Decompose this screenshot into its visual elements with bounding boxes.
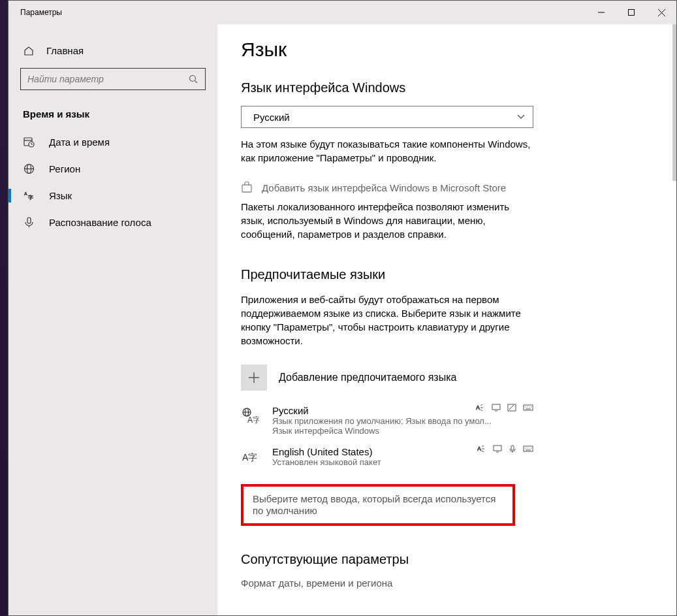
search-icon	[189, 74, 198, 84]
svg-text:A: A	[476, 404, 480, 411]
related-link-date-format[interactable]: Формат даты, времени и региона	[241, 577, 654, 589]
add-language-label: Добавление предпочитаемого языка	[279, 372, 456, 383]
search-input[interactable]	[27, 74, 189, 84]
store-link-label: Добавить язык интерфейса Windows в Micro…	[262, 182, 506, 193]
main-panel: Язык Язык интерфейса Windows Русский На …	[217, 24, 676, 615]
keyboard-icon	[523, 404, 533, 412]
store-icon	[241, 182, 253, 193]
home-icon	[23, 46, 35, 56]
link-text: Выберите метод ввода, который всегда исп…	[253, 493, 496, 516]
sidebar: Главная Время и язык Дата и время Ре	[8, 24, 217, 615]
sidebar-section-heading: Время и язык	[8, 105, 217, 129]
sidebar-item-region[interactable]: Регион	[8, 155, 217, 182]
window-controls	[586, 1, 676, 24]
text-to-speech-icon: A	[477, 445, 486, 453]
speech-icon	[509, 445, 516, 453]
related-settings-heading: Сопутствующие параметры	[241, 552, 654, 567]
globe-icon	[23, 163, 35, 174]
svg-rect-26	[492, 404, 500, 410]
svg-rect-39	[511, 446, 514, 450]
sidebar-item-language[interactable]: A字 Язык	[8, 182, 217, 209]
sidebar-item-label: Регион	[49, 163, 80, 174]
svg-text:A: A	[24, 191, 27, 196]
display-icon	[492, 404, 501, 412]
add-language-store-link[interactable]: Добавить язык интерфейса Windows в Micro…	[241, 182, 654, 193]
language-feature-badges: A	[477, 445, 533, 453]
home-label: Главная	[46, 45, 84, 56]
home-link[interactable]: Главная	[8, 40, 217, 68]
minimize-button[interactable]	[586, 1, 616, 24]
svg-text:A字: A字	[242, 452, 257, 462]
dropdown-value: Русский	[253, 112, 290, 123]
sidebar-item-speech[interactable]: Распознавание голоса	[8, 209, 217, 236]
preferred-languages-heading: Предпочитаемые языки	[241, 267, 654, 282]
search-box[interactable]	[20, 68, 206, 90]
svg-point-4	[190, 75, 196, 81]
store-desc: Пакеты локализованного интерфейса позвол…	[241, 200, 535, 241]
calendar-clock-icon	[23, 137, 35, 148]
add-preferred-language[interactable]: Добавление предпочитаемого языка	[241, 365, 654, 391]
display-language-dropdown[interactable]: Русский	[241, 106, 533, 128]
plus-icon	[241, 365, 267, 391]
language-item-english[interactable]: A字 English (United States) Установлен яз…	[241, 444, 533, 475]
keyboard-icon	[523, 445, 533, 453]
language-subtitle: Язык приложения по умолчанию; Язык ввода…	[272, 416, 533, 426]
sidebar-item-label: Язык	[49, 190, 72, 201]
display-language-heading: Язык интерфейса Windows	[241, 80, 654, 95]
svg-text:字: 字	[28, 195, 33, 201]
maximize-button[interactable]	[616, 1, 646, 24]
svg-rect-41	[524, 446, 533, 451]
sidebar-item-label: Распознавание голоса	[49, 217, 151, 228]
close-button[interactable]	[646, 1, 676, 24]
sidebar-item-date-time[interactable]: Дата и время	[8, 129, 217, 155]
svg-text:A字: A字	[247, 415, 259, 425]
svg-rect-16	[27, 218, 31, 223]
svg-line-5	[195, 80, 198, 83]
page-title: Язык	[241, 39, 654, 61]
display-icon	[493, 445, 502, 453]
svg-rect-28	[508, 404, 516, 411]
language-icon: A字	[23, 190, 35, 201]
language-subtitle2: Язык интерфейса Windows	[272, 426, 533, 436]
chevron-down-icon	[517, 114, 525, 120]
window-title: Параметры	[20, 8, 586, 17]
svg-rect-29	[524, 405, 533, 410]
text-to-speech-icon: A	[476, 404, 485, 412]
settings-window: Параметры Главная	[8, 0, 677, 616]
default-input-method-link[interactable]: Выберите метод ввода, который всегда исп…	[241, 484, 515, 526]
svg-rect-1	[629, 10, 635, 16]
handwriting-icon	[507, 404, 516, 412]
microphone-icon	[23, 217, 35, 228]
svg-text:A: A	[477, 446, 481, 452]
svg-rect-18	[242, 185, 251, 192]
preferred-languages-desc: Приложения и веб-сайты будут отображатьс…	[241, 293, 535, 348]
language-glyph-icon: A字	[241, 405, 260, 436]
language-subtitle: Установлен языковой пакет	[272, 457, 533, 467]
language-item-russian[interactable]: A字 Русский Язык приложения по умолчанию;…	[241, 402, 533, 444]
display-language-desc: На этом языке будут показываться такие к…	[241, 137, 535, 165]
scrollbar[interactable]	[672, 24, 676, 181]
language-glyph-icon: A字	[241, 446, 260, 467]
content-area: Главная Время и язык Дата и время Ре	[8, 24, 676, 615]
sidebar-item-label: Дата и время	[49, 137, 110, 148]
language-feature-badges: A	[476, 404, 533, 412]
svg-rect-37	[494, 446, 501, 451]
titlebar: Параметры	[8, 1, 676, 24]
